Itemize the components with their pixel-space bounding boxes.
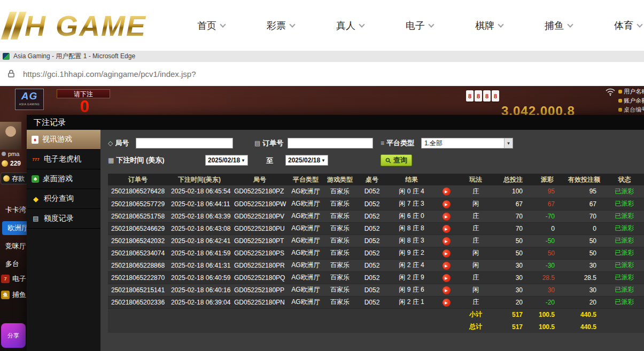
status-badge: 已派彩 [605, 271, 644, 284]
column-header: 总投注 [495, 174, 531, 185]
play-video-button[interactable]: ▶ [443, 213, 451, 221]
table-row: 2502180652764282025-02-18 06:45:54GD0522… [108, 185, 644, 198]
url-bar[interactable]: https://gci.1hhapi.com/agingame/pcv1/ind… [0, 62, 644, 86]
deposit-button[interactable]: 存款 [1, 173, 29, 184]
list-icon: ≡ [381, 139, 384, 147]
play-video-button[interactable]: ▶ [443, 262, 451, 270]
playing-card: 8 [483, 90, 491, 102]
nav-item-sports[interactable]: 体育 [593, 0, 644, 51]
dropdown-arrow-icon[interactable]: ▼ [504, 138, 513, 148]
status-badge: 已派彩 [605, 222, 644, 235]
site-logo[interactable]: H GAME [5, 9, 146, 43]
chevron-down-icon [289, 21, 295, 27]
window-favicon [3, 53, 10, 60]
column-header: 局号 [231, 174, 289, 185]
bet-table: 订单号下注时间(美东)局号平台类型游戏类型桌号结果玩法总投注派彩有效投注额状态 … [108, 174, 644, 333]
status-badge: 已派彩 [605, 259, 644, 271]
main-nav: 首页彩票真人电子棋牌捕鱼体育 [176, 0, 644, 51]
nav-item-live[interactable]: 真人 [315, 0, 385, 51]
table-row: 2502180652228702025-02-18 06:40:59GD0522… [108, 271, 644, 284]
sidebar-item-points-query[interactable]: ◆积分查询 [27, 189, 100, 209]
play-video-button[interactable]: ▶ [443, 299, 451, 307]
query-button-label: 查询 [393, 155, 407, 165]
column-header: 结果 [387, 174, 436, 185]
status-badge: 已派彩 [605, 185, 644, 198]
sidebar-item-table-games[interactable]: ♣桌面游戏 [27, 169, 100, 189]
summary-row: 总计517100.5440.5 [108, 321, 644, 333]
date-to-value: 2025/02/18 [288, 157, 320, 164]
bet-time-label: ▦ 下注时间 (美东) [108, 155, 165, 166]
site-logo-text: H GAME [25, 11, 146, 40]
date-from-value: 2025/02/18 [208, 157, 240, 164]
query-button[interactable]: 查询 [381, 154, 412, 166]
nav-item-slots[interactable]: 电子 [385, 0, 454, 51]
nav-item-fishing[interactable]: 捕鱼 [524, 0, 593, 51]
nav-item-poker[interactable]: 棋牌 [454, 0, 524, 51]
play-video-button[interactable]: ▶ [443, 286, 451, 294]
info-label: 账户余额 [618, 96, 644, 105]
sidebar-item-quota-records[interactable]: ▤额度记录 [27, 209, 100, 229]
fishing-icon: 鱼 [1, 291, 10, 299]
bottom-nav-fishing[interactable]: 鱼捕鱼 [1, 290, 26, 300]
table-cards: 8888 [466, 90, 499, 102]
player-name-text: pma [8, 151, 19, 157]
quota-records-icon: ▤ [32, 215, 40, 222]
modal-sidebar: ♦视讯游戏777电子老虎机♣桌面游戏◆积分查询▤额度记录 [27, 130, 100, 351]
table-row: 2502180652517582025-02-18 06:43:39GD0522… [108, 210, 644, 222]
info-icon [618, 108, 622, 112]
window-title: Asia Gaming - 用户配置 1 - Microsoft Edge [13, 52, 135, 61]
player-balance: 229 [2, 160, 21, 167]
chevron-down-icon [567, 21, 573, 27]
round-number-label: ◇ 局号 [108, 138, 129, 149]
url-text[interactable]: https://gci.1hhapi.com/agingame/pcv1/ind… [23, 69, 196, 79]
play-video-button[interactable]: ▶ [443, 200, 451, 208]
status-badge: 已派彩 [605, 198, 644, 210]
platform-type-select[interactable]: 1.全部 ▼ [421, 138, 513, 149]
sidebar-item-video-games[interactable]: ♦视讯游戏 [27, 130, 100, 150]
chevron-down-icon [220, 21, 226, 27]
platform-type-value: 1.全部 [424, 139, 443, 148]
date-range-to-label: 至 [266, 156, 273, 166]
bottom-nav-slots[interactable]: 7电子 [1, 274, 26, 284]
play-video-button[interactable]: ▶ [443, 188, 451, 196]
summary-row: 小计517100.5440.5 [108, 308, 644, 321]
nav-item-lottery[interactable]: 彩票 [246, 0, 315, 51]
column-header: 玩法 [456, 174, 495, 185]
column-header: 平台类型 [289, 174, 323, 185]
sidebar-item-slot-machines[interactable]: 777电子老虎机 [27, 150, 100, 169]
column-header: 订单号 [108, 174, 168, 185]
date-from-picker[interactable]: 2025/02/18 ▼ [205, 155, 248, 166]
ag-logo-subtext: ASIA GAMING [15, 103, 43, 106]
date-to-picker[interactable]: 2025/02/18 ▼ [285, 155, 328, 166]
slots-icon: 7 [1, 275, 10, 283]
platform-type-label: ≡ 平台类型 [381, 138, 414, 149]
site-header: H GAME 首页彩票真人电子棋牌捕鱼体育 [0, 0, 644, 51]
status-badge: 已派彩 [605, 210, 644, 222]
play-video-button[interactable]: ▶ [443, 225, 451, 233]
clipboard-icon: ▤ [254, 139, 260, 147]
bet-records-modal: 下注记录 ♦视讯游戏777电子老虎机♣桌面游戏◆积分查询▤额度记录 ◇ 局号 ▤… [27, 115, 644, 351]
table-row: 2502180652466292025-02-18 06:43:08GD0522… [108, 222, 644, 235]
table-games-icon: ♣ [32, 175, 39, 183]
playing-card: 8 [466, 90, 474, 102]
order-number-input[interactable] [288, 138, 373, 149]
calendar-icon: ▦ [108, 157, 114, 164]
table-row: 2502180652288682025-02-18 06:41:31GD0522… [108, 259, 644, 271]
window-titlebar: Asia Gaming - 用户配置 1 - Microsoft Edge [0, 51, 644, 62]
round-number-input[interactable] [136, 138, 233, 149]
play-video-button[interactable]: ▶ [443, 249, 451, 258]
status-badge: 已派彩 [605, 296, 644, 308]
table-row: 2502180652151412025-02-18 06:40:16GD0522… [108, 284, 644, 296]
lock-icon [7, 69, 15, 78]
play-video-button[interactable]: ▶ [443, 237, 451, 245]
info-label: 用户名称 [618, 87, 644, 96]
column-header: 派彩 [531, 174, 563, 185]
nav-item-home[interactable]: 首页 [176, 0, 246, 51]
share-widget[interactable]: 分享 [1, 323, 26, 348]
playing-card: 8 [492, 90, 499, 102]
info-icon [618, 99, 622, 103]
deposit-label: 存款 [12, 174, 25, 183]
play-video-button[interactable]: ▶ [443, 274, 451, 282]
info-label: 桌台编号 [618, 105, 644, 114]
user-avatar[interactable] [0, 122, 21, 150]
